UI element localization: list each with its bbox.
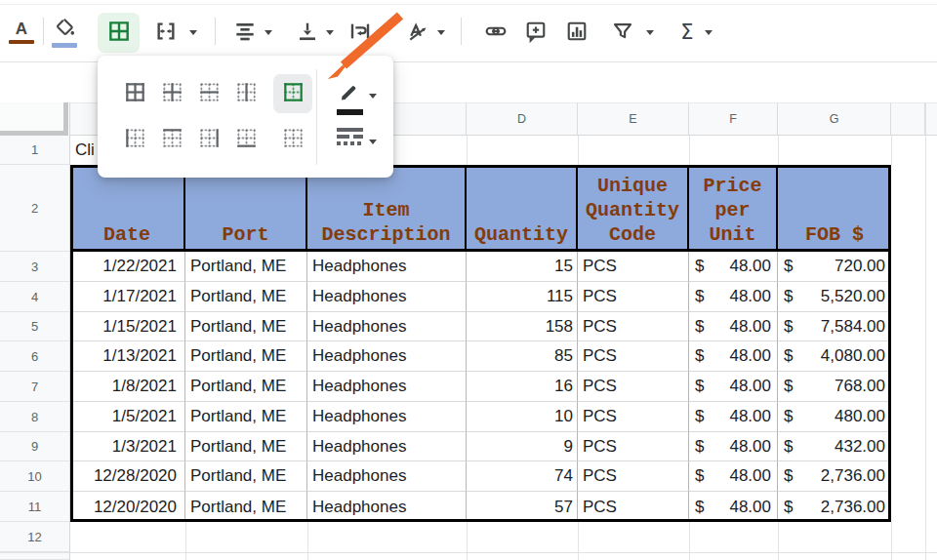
table-cell[interactable]: 1/17/2021 <box>70 282 185 312</box>
table-cell[interactable]: $48.00 <box>689 341 778 372</box>
table-header-cell[interactable]: FOB $ <box>778 168 891 252</box>
text-rotation-button[interactable] <box>400 15 435 50</box>
table-cell[interactable]: Headphones <box>307 252 467 282</box>
border-inner-option[interactable] <box>155 77 188 110</box>
border-horizontal-option[interactable] <box>192 77 225 110</box>
table-cell[interactable]: Headphones <box>307 312 467 341</box>
table-cell[interactable]: Portland, ME <box>185 461 307 492</box>
table-cell[interactable]: Portland, ME <box>185 402 307 432</box>
table-cell[interactable]: PCS <box>578 492 689 522</box>
column-header-E[interactable]: E <box>578 102 689 136</box>
create-filter-caret[interactable] <box>642 15 658 50</box>
table-cell[interactable]: Headphones <box>307 432 467 461</box>
row-header-10[interactable]: 10 <box>0 461 69 492</box>
table-cell[interactable]: Headphones <box>307 492 467 522</box>
table-cell[interactable]: 85 <box>467 341 578 372</box>
border-clear-option[interactable] <box>276 123 309 156</box>
column-header-F[interactable]: F <box>689 102 778 136</box>
row-header-1[interactable]: 1 <box>0 136 69 165</box>
border-outer-option[interactable] <box>276 77 309 110</box>
table-cell[interactable]: $48.00 <box>689 492 778 522</box>
text-wrap-caret[interactable] <box>375 15 390 50</box>
vertical-align-button[interactable] <box>290 15 325 50</box>
table-cell[interactable]: 57 <box>467 492 578 522</box>
table-header-cell[interactable]: Port <box>185 168 307 252</box>
create-filter-button[interactable] <box>605 15 640 50</box>
vertical-align-caret[interactable] <box>322 15 338 50</box>
horizontal-align-button[interactable] <box>227 15 263 50</box>
table-cell[interactable]: 158 <box>467 312 578 341</box>
table-cell[interactable]: 10 <box>467 402 578 432</box>
column-header-G[interactable]: G <box>778 102 891 136</box>
table-header-cell[interactable]: Quantity <box>467 168 578 252</box>
table-header-cell[interactable]: Item Description <box>307 168 467 252</box>
table-cell[interactable]: Portland, ME <box>185 252 307 282</box>
table-cell[interactable]: 1/22/2021 <box>70 252 185 282</box>
table-cell[interactable]: Portland, ME <box>185 341 307 372</box>
merge-cells-button[interactable] <box>148 15 183 50</box>
border-all-option[interactable] <box>118 77 151 110</box>
table-header-cell[interactable]: Unique Quantity Code <box>578 168 689 252</box>
column-header-partial[interactable] <box>891 102 925 136</box>
table-cell[interactable]: PCS <box>578 252 689 282</box>
table-cell[interactable]: $48.00 <box>689 402 778 432</box>
table-cell[interactable]: $48.00 <box>689 372 778 402</box>
table-cell[interactable]: 1/13/2021 <box>70 341 185 372</box>
border-right-option[interactable] <box>192 123 225 156</box>
table-cell[interactable]: $432.00 <box>778 432 891 461</box>
row-header-11[interactable]: 11 <box>0 492 69 522</box>
table-cell[interactable]: $4,080.00 <box>778 341 891 372</box>
text-wrap-button[interactable] <box>343 15 378 50</box>
table-cell[interactable]: $720.00 <box>778 252 891 282</box>
table-cell[interactable]: 1/8/2021 <box>70 372 185 402</box>
table-cell[interactable]: 12/28/2020 <box>70 461 185 492</box>
fill-color-button[interactable] <box>47 12 82 53</box>
table-cell[interactable]: PCS <box>578 282 689 312</box>
text-rotation-caret[interactable] <box>433 15 449 50</box>
table-cell[interactable]: Headphones <box>307 341 467 372</box>
table-cell[interactable]: $48.00 <box>689 461 778 492</box>
border-style-caret[interactable] <box>365 134 381 149</box>
table-cell[interactable]: $7,584.00 <box>778 312 891 341</box>
row-header-12[interactable]: 12 <box>0 522 69 552</box>
insert-link-button[interactable] <box>478 15 513 50</box>
functions-button[interactable]: Σ <box>670 15 705 50</box>
select-all-corner[interactable] <box>0 102 68 136</box>
table-cell[interactable]: 74 <box>467 461 578 492</box>
table-cell[interactable]: Headphones <box>307 372 467 402</box>
functions-caret[interactable] <box>701 15 716 50</box>
table-cell[interactable]: $2,736.00 <box>778 461 891 492</box>
table-cell[interactable]: PCS <box>578 312 689 341</box>
table-cell[interactable]: $48.00 <box>689 312 778 341</box>
table-cell[interactable]: Portland, ME <box>185 282 307 312</box>
table-header-cell[interactable]: Price per Unit <box>689 168 778 252</box>
insert-chart-button[interactable] <box>559 15 594 50</box>
row-header-7[interactable]: 7 <box>0 372 69 402</box>
table-cell[interactable]: 1/3/2021 <box>70 432 185 461</box>
table-cell[interactable]: $48.00 <box>689 432 778 461</box>
table-cell[interactable]: Portland, ME <box>185 492 307 522</box>
table-cell[interactable]: PCS <box>578 432 689 461</box>
table-cell[interactable]: 1/15/2021 <box>70 312 185 341</box>
row-header-partial[interactable] <box>0 552 69 560</box>
table-cell[interactable]: Headphones <box>307 282 467 312</box>
table-cell[interactable]: Portland, ME <box>185 432 307 461</box>
row-header-9[interactable]: 9 <box>0 432 69 461</box>
border-vertical-option[interactable] <box>229 77 263 110</box>
row-header-3[interactable]: 3 <box>0 252 69 282</box>
border-color-button[interactable] <box>336 81 361 106</box>
table-cell[interactable]: $480.00 <box>778 402 891 432</box>
merge-cells-caret[interactable] <box>185 15 201 50</box>
horizontal-align-caret[interactable] <box>261 15 276 50</box>
table-cell[interactable]: $48.00 <box>689 252 778 282</box>
table-cell[interactable]: PCS <box>578 461 689 492</box>
table-cell[interactable]: $5,520.00 <box>778 282 891 312</box>
row-header-2[interactable]: 2 <box>0 165 69 252</box>
table-cell[interactable]: $768.00 <box>778 372 891 402</box>
table-cell[interactable]: Portland, ME <box>185 312 307 341</box>
border-bottom-option[interactable] <box>229 123 263 156</box>
text-color-button[interactable]: A <box>4 12 39 53</box>
border-top-option[interactable] <box>155 123 188 156</box>
row-header-5[interactable]: 5 <box>0 312 69 341</box>
column-header-D[interactable]: D <box>467 102 578 136</box>
